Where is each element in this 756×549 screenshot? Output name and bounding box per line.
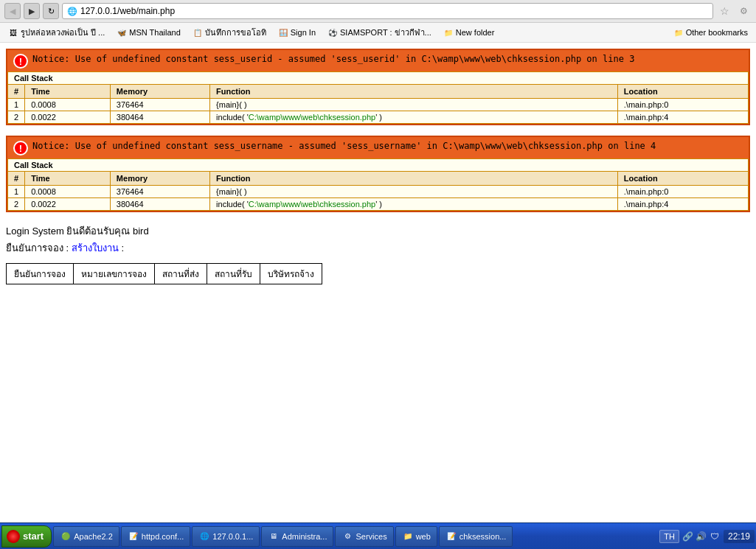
notice-icon-2: ! (13, 141, 28, 155)
notice-icon-1: ! (13, 54, 28, 69)
bookmark-item-signin[interactable]: 🪟 Sign In (274, 26, 319, 39)
web-folder-icon: 📁 (402, 531, 414, 542)
other-bookmarks-label: Other bookmarks (686, 28, 748, 37)
bookmark-item-folder[interactable]: 📁 New folder (440, 26, 499, 39)
col-memory: Memory (110, 172, 209, 186)
forward-button[interactable]: ▶ (24, 3, 40, 19)
system-tray-icons: 🔗 🔊 🛡 (682, 531, 721, 542)
booking-col-number: หมายเลขการจอง (74, 263, 155, 284)
row-function: {main}( ) (210, 99, 618, 111)
row-location: .\main.php:4 (617, 111, 748, 124)
confirm-row: ยืนยันการจอง : สร้างใบงาน : (6, 239, 750, 256)
create-link[interactable]: สร้างใบงาน (72, 242, 119, 253)
taskbar-item-label: Apache2.2 (74, 532, 113, 541)
folder-icon: 📁 (443, 27, 454, 38)
booking-col-send: สถานที่ส่ง (155, 263, 207, 284)
call-stack-table-1: Call Stack # Time Memory Function Locati… (7, 71, 749, 124)
browser-window: ◀ ▶ ↻ 🌐 127.0.0.1/web/main.php ☆ ⚙ 🖼 รูป… (0, 0, 756, 549)
services-icon: ⚙ (341, 531, 353, 542)
row-memory: 380464 (110, 111, 209, 124)
login-section: Login System ยินดีต้อนรับคุณ bird ยืนยัน… (6, 223, 750, 257)
bookmark-label: บันทึกการขอโอทิ (205, 26, 266, 39)
row-function: {main}( ) (210, 186, 618, 198)
msn-icon: 🦋 (117, 27, 127, 38)
taskbar-item-services[interactable]: ⚙ Services (335, 526, 393, 547)
table-row: 1 0.0008 376464 {main}( ) .\main.php:0 (8, 99, 749, 111)
taskbar-item-label: web (416, 532, 431, 541)
taskbar-item-chksession[interactable]: 📝 chksession... (439, 526, 513, 547)
row-num: 1 (8, 186, 25, 198)
row-location: .\main.php:4 (617, 198, 748, 211)
row-time: 0.0008 (25, 186, 111, 198)
call-stack-header-1: Call Stack (8, 72, 749, 85)
taskbar-item-browser[interactable]: 🌐 127.0.0.1... (192, 526, 260, 547)
row-num: 1 (8, 99, 25, 111)
bookmark-item-msn[interactable]: 🦋 MSN Thailand (113, 26, 184, 39)
col-location: Location (617, 172, 748, 186)
reload-button[interactable]: ↻ (43, 3, 59, 19)
row-location: .\main.php:0 (617, 99, 748, 111)
security-icon: 🛡 (709, 531, 721, 542)
taskbar-item-admin[interactable]: 🖥 Administra... (261, 526, 333, 547)
other-folder-icon: 📁 (673, 27, 684, 38)
bookmark-item[interactable]: 🖼 รูปหล่อหลวงพ่อเป็น ปี ... (4, 24, 108, 41)
address-bar[interactable]: 🌐 127.0.0.1/web/main.php (62, 3, 713, 19)
sport-icon: ⚽ (327, 27, 338, 38)
notice-text-1: Notice: Use of undefined constant sess_u… (32, 53, 634, 66)
notice-box-1: ! Notice: Use of undefined constant sess… (6, 49, 750, 125)
signin-icon: 🪟 (278, 27, 288, 38)
admin-icon: 🖥 (268, 531, 280, 542)
other-bookmarks-button[interactable]: 📁 Other bookmarks (670, 26, 752, 39)
table-row: 2 0.0022 380464 include( 'C:\wamp\www\we… (8, 111, 749, 124)
bookmark-label: New folder (456, 28, 495, 37)
login-text: Login System ยินดีต้อนรับคุณ bird (6, 223, 750, 239)
include-link-1[interactable]: C:\wamp\www\web\chksession.php (249, 113, 375, 122)
row-time: 0.0022 (25, 198, 111, 211)
col-location: Location (617, 85, 748, 99)
windows-logo-icon (7, 530, 20, 543)
taskbar-item-apache[interactable]: 🟢 Apache2.2 (53, 526, 119, 547)
bookmark-star-button[interactable]: ☆ (716, 3, 732, 19)
col-time: Time (25, 85, 111, 99)
col-num: # (8, 85, 25, 99)
url-icon: 🌐 (67, 7, 77, 16)
notice-box-2: ! Notice: Use of undefined constant sess… (6, 136, 750, 212)
booking-table: ยืนยันการจอง หมายเลขการจอง สถานที่ส่ง สถ… (6, 263, 322, 284)
bookmark-label: Sign In (291, 28, 316, 37)
include-link-2[interactable]: C:\wamp\www\web\chksession.php (249, 200, 375, 209)
taskbar-right: TH 🔗 🔊 🛡 22:19 (659, 530, 755, 543)
bookmarks-bar: 🖼 รูปหล่อหลวงพ่อเป็น ปี ... 🦋 MSN Thaila… (0, 23, 756, 43)
taskbar-item-label: chksession... (460, 532, 507, 541)
colon-suffix: : (121, 242, 124, 253)
back-button[interactable]: ◀ (4, 3, 21, 19)
confirm-label: ยืนยันการจอง : (6, 242, 69, 253)
taskbar-item-label: Services (356, 532, 386, 541)
language-button[interactable]: TH (659, 530, 679, 543)
call-stack-header-2: Call Stack (8, 159, 749, 172)
settings-wrench-button[interactable]: ⚙ (735, 3, 752, 19)
url-text: 127.0.0.1/web/main.php (80, 6, 175, 16)
clock: 22:19 (724, 530, 755, 543)
row-memory: 376464 (110, 186, 209, 198)
bookmark-item-sport[interactable]: ⚽ SIAMSPORT : ข่าวกีฬา... (324, 24, 435, 41)
row-function: include( 'C:\wamp\www\web\chksession.php… (210, 111, 618, 124)
row-location: .\main.php:0 (617, 186, 748, 198)
notice-header-1: ! Notice: Use of undefined constant sess… (7, 50, 749, 71)
page-content: ! Notice: Use of undefined constant sess… (0, 43, 756, 522)
taskbar-item-httpd[interactable]: 📝 httpd.conf... (121, 526, 190, 547)
row-time: 0.0008 (25, 99, 111, 111)
chksession-icon: 📝 (445, 531, 457, 542)
booking-col-confirm: ยืนยันการจอง (7, 263, 74, 284)
table-row: 2 0.0022 380464 include( 'C:\wamp\www\we… (8, 198, 749, 211)
taskbar-item-label: 127.0.0.1... (212, 532, 253, 541)
volume-icon: 🔊 (696, 531, 707, 542)
col-num: # (8, 172, 25, 186)
bookmark-icon: 🖼 (8, 27, 18, 38)
start-button[interactable]: start (1, 525, 52, 548)
bookmark-item-record[interactable]: 📋 บันทึกการขอโอทิ (189, 24, 270, 41)
taskbar: start 🟢 Apache2.2 📝 httpd.conf... 🌐 127.… (0, 522, 756, 549)
bookmark-label: รูปหล่อหลวงพ่อเป็น ปี ... (21, 26, 105, 39)
col-time: Time (25, 172, 111, 186)
row-time: 0.0022 (25, 111, 111, 124)
taskbar-item-web[interactable]: 📁 web (395, 526, 437, 547)
